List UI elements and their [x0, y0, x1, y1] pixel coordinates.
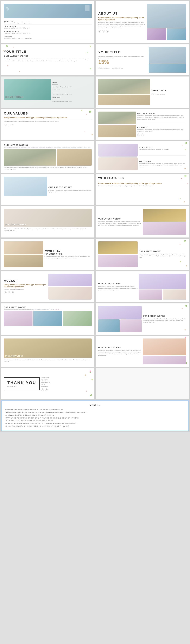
row-5: OUR LATEST WORKS A company is an associa… [1, 141, 189, 173]
about-us-img-row [147, 28, 186, 40]
slide8-body1: A company is an association or collectio… [137, 115, 186, 120]
best-friend-title: BEST FRIEDNT [139, 161, 186, 162]
slide11-text: OUR LATEST WORKS A company is an associa… [48, 176, 92, 202]
slide19-body: Entrepreneurial activities differ substa… [4, 308, 92, 310]
slide18-img1 [139, 274, 186, 289]
slide8-text: OUR LATEST WORKS A company is an associa… [137, 112, 186, 138]
slide16-images [98, 241, 138, 267]
slide-our-values: 🌿 ❀ 🌱 ✿ ❁ OUR VALUES Entrepreneurial act… [1, 109, 94, 140]
our-values-body: Entrepreneurial activities differ substa… [4, 120, 92, 122]
slide8-icons: ◉ ✉ [137, 134, 186, 136]
icon-v2: ✉ [8, 124, 10, 126]
slide22-text: OUR LATEST WORKS A company is an associa… [98, 338, 142, 364]
slide17-images [48, 274, 92, 300]
slide-something: SOMETHING SHORT depending on the type of… [1, 76, 94, 108]
row-11: OUR LATEST WORKS A company is an associa… [1, 336, 189, 367]
about-us-text: ABOUT US Entrepreneurial activities diff… [98, 4, 145, 40]
slide9-img1 [4, 149, 56, 166]
slide10-img2 [98, 158, 138, 170]
about-us-subtitle: Entrepreneurial activities differ type D… [98, 17, 145, 21]
slide-your-title-2: YOUR TITLE A company is an association o… [96, 44, 189, 75]
slide18-img2 [139, 290, 162, 300]
long-term-block2: LONG TERM depending on the type of organ… [52, 96, 92, 102]
slide6-subtitle: OUR LATEST WORKS [152, 94, 186, 95]
slide4-title: YOUR TITLE [98, 50, 147, 54]
slide20-title: OUR LATEST WORKS [143, 315, 186, 317]
slide4-images [148, 47, 186, 73]
slide9-footer-text: Entrepreneurial activities differ substa… [4, 166, 92, 170]
icon-m1: ◉ [4, 292, 6, 294]
our-values-content: OUR VALUES Entrepreneurial activities di… [4, 112, 92, 126]
our-values-subtitle: Entrepreneurial activities differ type D… [4, 116, 92, 119]
slide-our-latest-food: OUR LATEST WORKS Entrepreneurial activit… [1, 206, 94, 238]
toc-item-1[interactable]: ABOUT US depending on the type of organi… [4, 20, 92, 25]
slide20-text: OUR LATEST WORKS Entrepreneurial activit… [143, 306, 186, 332]
slide-your-title-1: 🌿 ❀ 🌱 ✿ 🍃 ❁ 🌿 ✦ YOUR TITLE OUR LATEST WO… [1, 44, 94, 75]
slide22-content: OUR LATEST WORKS A company is an associa… [98, 338, 186, 364]
slide8-img1 [98, 112, 136, 124]
row-7: OUR LATEST WORKS Entrepreneurial activit… [1, 206, 189, 238]
slide16-title: OUR LATEST WORKS [139, 250, 186, 252]
icon-ty2: ✉ [45, 388, 48, 391]
slide4-body: A company is an association or collectio… [98, 56, 147, 59]
slide20-img-row [98, 319, 142, 332]
toc-item-3[interactable]: WITH FEATURES Entrepreneurial activities… [4, 30, 92, 35]
slide-our-latest-left: OUR LATEST WORKS Entrepreneurial activit… [1, 304, 94, 334]
slide18-img3 [163, 290, 186, 300]
slide14-text: OUR LATEST WORKS A company is an associa… [98, 209, 142, 235]
slide9-body: A company is an association or collectio… [4, 146, 92, 148]
slide17-content: MOCKUP Entrepreneurial activities differ… [4, 274, 92, 300]
slide19-img3 [63, 311, 92, 326]
slide15-img2 [4, 254, 43, 267]
about-us-body: A company is an association or collectio… [98, 22, 145, 29]
slide10-images [98, 144, 138, 170]
slide9-header: OUR LATEST WORKS A company is an associa… [4, 144, 92, 148]
slide8-img2 [98, 125, 136, 138]
slide13-img: OUR LATEST WORKS [4, 209, 92, 227]
our-latest-label: OUR LATEST WORKS [4, 55, 92, 57]
slide6-images [98, 79, 150, 105]
your-title-body: A company is an association or collectio… [4, 58, 92, 62]
row-10: OUR LATEST WORKS Entrepreneurial activit… [1, 304, 189, 334]
short-block: SHORT depending on the type of organizat… [52, 82, 92, 88]
slide20-img1 [98, 306, 142, 319]
slide19-images [4, 311, 92, 326]
slide13-body: Entrepreneurial activities differ substa… [4, 228, 92, 232]
slide-our-latest-interior: OUR LATEST WORKS A company is an associa… [1, 141, 94, 173]
slide20-img3 [120, 319, 142, 332]
slide18-content: OUR LATEST WORKS Entrepreneurial activit… [98, 274, 186, 300]
slide10-main: OUR LATEST A company is an association o… [139, 146, 186, 150]
with-features-body: Entrepreneurial activities differ substa… [98, 185, 186, 187]
slide15-body: Entrepreneurial activities differ substa… [44, 256, 92, 259]
slide8-body2: A company is an association or collectio… [137, 129, 186, 132]
slide22-img1 [143, 338, 186, 355]
values-divider [4, 120, 92, 120]
good-best-title: GOOD BEST [137, 127, 186, 128]
slide10-body1: A company is an association or collectio… [139, 148, 186, 150]
about-us-images [147, 4, 186, 40]
slide15-title: YOUR TITLE [44, 250, 92, 252]
slide21-body: A company is an association or collectio… [4, 359, 92, 362]
slide-our-latest-two: OUR LATEST WORKS A company is an associa… [1, 174, 94, 205]
slide20-content: OUR LATEST WORKS Entrepreneurial activit… [98, 306, 186, 332]
something-left: SOMETHING [4, 79, 51, 105]
slide10-text: OUR LATEST A company is an association o… [139, 144, 186, 170]
thankyou-body: Entrepreneurial activities differ substa… [41, 376, 92, 387]
slide20-body: Entrepreneurial activities differ substa… [143, 318, 186, 323]
slide4-percent: 15% [98, 59, 109, 65]
copyright-line-4: 4. 이 PPT파일을 이용하여 새로운 유료 파일 제작 및 판매하는 행위는… [5, 420, 185, 422]
thankyou-box: THANK YOU on the type of [4, 378, 40, 390]
second-title-block: SECOND TITLE depending on the type [112, 66, 123, 69]
about-us-title: ABOUT US [98, 12, 145, 16]
toc-header-image: ◎ [4, 4, 92, 18]
slide8-images [98, 112, 136, 138]
icon-m3: ☎ [12, 292, 14, 294]
slide8-bottom: GOOD BEST A company is an association or… [137, 127, 186, 136]
row-3: SOMETHING SHORT depending on the type of… [1, 76, 189, 108]
toc-item-2[interactable]: OUR VALUES Entrepreneurial activities di… [4, 25, 92, 30]
copyright-line-1: 1. PPTdesigner 에서 사용한 이미지는 제작자가 직접 셔터스탁,… [5, 412, 185, 414]
toc-item-4[interactable]: MOCKUP depending on the type of organiza… [4, 35, 92, 40]
slide15-content: YOUR TITLE OUR LATEST WORKS Entrepreneur… [4, 241, 92, 267]
slide16-body: Entrepreneurial activities differ substa… [139, 253, 186, 258]
slide10-img1 [98, 144, 138, 156]
